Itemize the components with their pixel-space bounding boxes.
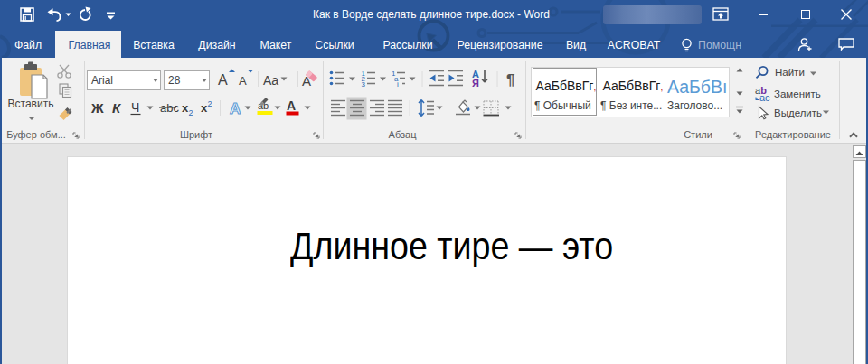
svg-text:А: А: [287, 98, 296, 113]
svg-text:Выделить: Выделить: [774, 107, 822, 118]
svg-text:i: i: [397, 80, 399, 89]
svg-text:Aa: Aa: [263, 73, 278, 88]
svg-text:Ж: Ж: [90, 100, 104, 116]
svg-text:А: А: [239, 74, 247, 88]
svg-text:Найти: Найти: [775, 67, 805, 78]
svg-text:Заголово...: Заголово...: [667, 99, 722, 112]
svg-text:А: А: [218, 72, 228, 88]
svg-text:АаБбВвГг,: АаБбВвГг,: [603, 79, 664, 93]
svg-text:2: 2: [189, 108, 193, 117]
svg-text:Вставить: Вставить: [8, 98, 54, 110]
svg-text:¶: ¶: [506, 71, 514, 89]
svg-text:¶ Обычный: ¶ Обычный: [534, 99, 591, 112]
svg-text:¶ Без инте...: ¶ Без инте...: [600, 99, 662, 112]
svg-text:2: 2: [208, 99, 212, 108]
svg-text:Я: Я: [472, 78, 479, 89]
svg-text:Ч: Ч: [131, 100, 139, 115]
svg-text:АаБбВвГг,: АаБбВвГг,: [536, 79, 597, 93]
svg-text:Заменить: Заменить: [774, 89, 821, 99]
svg-text:АаБбВı: АаБбВı: [667, 77, 727, 97]
svg-text:3: 3: [362, 80, 366, 89]
svg-text:А: А: [230, 100, 241, 117]
svg-text:ac: ac: [760, 92, 770, 103]
svg-text:К: К: [112, 100, 122, 116]
